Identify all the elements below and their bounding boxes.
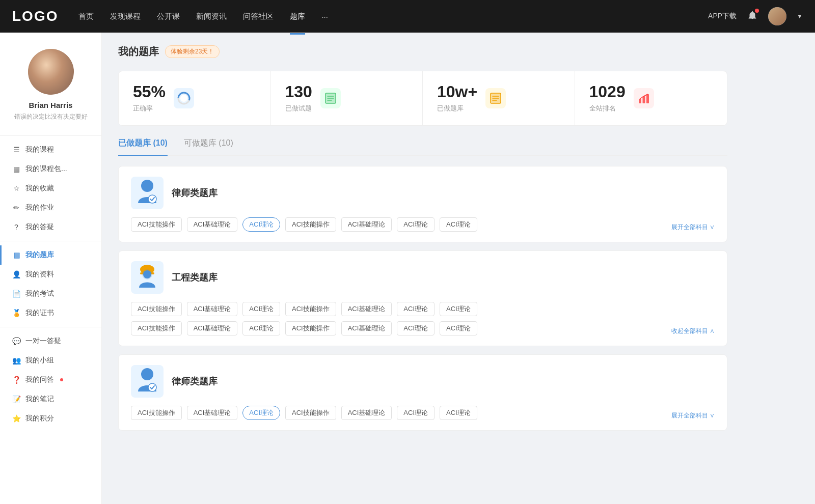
tag-eng1-r1-2[interactable]: ACI理论 — [242, 302, 280, 316]
stat-done-questions-value: 130 — [285, 83, 312, 100]
notification-bell[interactable] — [747, 10, 758, 23]
tag-eng1-r2-4[interactable]: ACI基础理论 — [341, 321, 392, 335]
qbank-avatar-lawyer2 — [131, 365, 164, 398]
sidebar-divider-mid — [0, 241, 101, 241]
tag-eng1-r1-5[interactable]: ACI理论 — [397, 302, 434, 316]
tag-eng1-r2-5[interactable]: ACI理论 — [397, 321, 434, 335]
score-icon: ⭐ — [12, 414, 20, 423]
tag-lawyer2-4[interactable]: ACI基础理论 — [341, 406, 392, 420]
page-wrapper: Brian Harris 错误的决定比没有决定要好 ☰ 我的课程 ▦ 我的课程包… — [0, 33, 815, 504]
tag-lawyer2-2[interactable]: ACI理论 — [242, 406, 280, 420]
tag-eng1-r1-1[interactable]: ACI基础理论 — [187, 302, 238, 316]
sidebar-item-label: 我的课程 — [25, 145, 54, 154]
app-download-button[interactable]: APP下载 — [708, 12, 737, 21]
expand-link-lawyer2[interactable]: 展开全部科目 ∨ — [671, 411, 715, 420]
tag-lawyer1-5[interactable]: ACI理论 — [397, 217, 434, 232]
nav-courses[interactable]: 发现课程 — [110, 10, 141, 23]
user-avatar[interactable] — [768, 7, 786, 25]
navbar: LOGO 首页 发现课程 公开课 新闻资讯 问答社区 题库 ··· APP下载 … — [0, 0, 815, 33]
tag-eng1-r1-3[interactable]: ACI技能操作 — [285, 302, 336, 316]
tag-lawyer2-5[interactable]: ACI理论 — [397, 406, 434, 420]
profile-avatar[interactable] — [28, 49, 74, 95]
profile-motto: 错误的决定比没有决定要好 — [14, 113, 88, 121]
sidebar-item-favorites[interactable]: ☆ 我的收藏 — [0, 179, 101, 198]
tag-eng1-r2-2[interactable]: ACI理论 — [242, 321, 280, 335]
sidebar-item-qa-mine[interactable]: ? 我的答疑 — [0, 217, 101, 237]
stat-done-banks: 10w+ 已做题库 — [423, 71, 575, 125]
sidebar-item-points[interactable]: ⭐ 我的积分 — [0, 409, 101, 428]
tag-eng1-r1-0[interactable]: ACI技能操作 — [131, 302, 182, 316]
tag-eng1-r1-6[interactable]: ACI理论 — [440, 302, 477, 316]
page-header: 我的题库 体验剩余23天！ — [118, 45, 727, 59]
sidebar-item-my-data[interactable]: 👤 我的资料 — [0, 265, 101, 284]
sidebar-item-label: 我的问答 — [25, 375, 54, 384]
sidebar-item-my-courses[interactable]: ☰ 我的课程 — [0, 140, 101, 159]
qbank-tags-engineer1-row2: ACI技能操作 ACI基础理论 ACI理论 ACI技能操作 ACI基础理论 AC… — [131, 321, 715, 335]
sidebar-item-homework[interactable]: ✏ 我的作业 — [0, 198, 101, 217]
stat-site-rank-value: 1029 — [589, 83, 626, 100]
qbank-card-engineer1: 工程类题库 ACI技能操作 ACI基础理论 ACI理论 ACI技能操作 ACI基… — [118, 250, 727, 346]
expand-link-engineer1[interactable]: 收起全部科目 ∧ — [671, 327, 715, 335]
stat-done-questions-icon — [320, 88, 341, 108]
sidebar-item-notes[interactable]: 📝 我的笔记 — [0, 389, 101, 409]
stat-done-questions-label: 已做试题 — [285, 104, 312, 113]
qbank-title-lawyer2: 律师类题库 — [172, 375, 218, 387]
nav-open-course[interactable]: 公开课 — [157, 10, 180, 23]
avatar-image — [28, 49, 74, 95]
nav-news[interactable]: 新闻资讯 — [196, 10, 227, 23]
tag-eng1-r1-4[interactable]: ACI基础理论 — [341, 302, 392, 316]
sidebar-item-label: 我的收藏 — [25, 184, 54, 193]
stat-done-banks-icon — [485, 88, 506, 108]
stat-accuracy-value: 55% — [133, 83, 166, 100]
stat-accuracy-icon — [174, 88, 194, 108]
list-green-icon — [324, 92, 337, 105]
star-icon: ☆ — [12, 184, 20, 192]
tag-lawyer1-1[interactable]: ACI基础理论 — [187, 217, 238, 232]
tag-lawyer1-3[interactable]: ACI技能操作 — [285, 217, 336, 232]
sidebar-divider-top — [0, 135, 101, 136]
qbank-card-lawyer1: 律师类题库 ACI技能操作 ACI基础理论 ACI理论 ACI技能操作 ACI基… — [118, 166, 727, 242]
page-title: 我的题库 — [118, 45, 159, 59]
sidebar-item-exams[interactable]: 📄 我的考试 — [0, 284, 101, 303]
tag-eng1-r2-0[interactable]: ACI技能操作 — [131, 321, 182, 335]
qbank-title-lawyer1: 律师类题库 — [172, 187, 218, 199]
profile-name: Brian Harris — [29, 101, 73, 109]
file-icon: ☰ — [12, 146, 20, 154]
svg-rect-15 — [646, 94, 649, 103]
question-icon: ? — [12, 223, 20, 231]
nav-qa[interactable]: 问答社区 — [243, 10, 274, 23]
tag-lawyer2-6[interactable]: ACI理论 — [440, 406, 477, 420]
nav-question-bank[interactable]: 题库 — [290, 10, 305, 23]
tag-lawyer1-6[interactable]: ACI理论 — [440, 217, 477, 232]
sidebar-item-label: 我的资料 — [25, 270, 54, 279]
tag-lawyer2-1[interactable]: ACI基础理论 — [187, 406, 238, 420]
sidebar-item-label: 我的证书 — [25, 309, 54, 318]
sidebar-item-question-bank[interactable]: ▤ 我的题库 — [0, 245, 101, 265]
tag-eng1-r2-6[interactable]: ACI理论 — [440, 321, 477, 335]
expand-link-lawyer1[interactable]: 展开全部科目 ∨ — [671, 223, 715, 232]
sidebar-menu: ☰ 我的课程 ▦ 我的课程包... ☆ 我的收藏 ✏ 我的作业 ? 我的答疑 — [0, 140, 101, 428]
nav-home[interactable]: 首页 — [78, 10, 94, 23]
sidebar-item-certificates[interactable]: 🏅 我的证书 — [0, 303, 101, 323]
cert-icon: 🏅 — [12, 309, 20, 317]
user-menu-chevron[interactable]: ▼ — [797, 13, 803, 20]
nav-more[interactable]: ··· — [321, 10, 328, 23]
tag-lawyer1-4[interactable]: ACI基础理论 — [341, 217, 392, 232]
tab-done-banks[interactable]: 已做题库 (10) — [118, 138, 168, 155]
tab-available-banks[interactable]: 可做题库 (10) — [184, 138, 233, 155]
sidebar-item-groups[interactable]: 👥 我的小组 — [0, 351, 101, 370]
sidebar-item-my-qa[interactable]: ❓ 我的问答 — [0, 370, 101, 389]
tag-eng1-r2-1[interactable]: ACI基础理论 — [187, 321, 238, 335]
svg-point-17 — [148, 195, 156, 203]
sidebar-item-label: 我的答疑 — [25, 222, 54, 232]
list-yellow-icon — [489, 92, 502, 105]
sidebar-item-one-on-one[interactable]: 💬 一对一答疑 — [0, 331, 101, 351]
tag-eng1-r2-3[interactable]: ACI技能操作 — [285, 321, 336, 335]
tag-lawyer1-2[interactable]: ACI理论 — [242, 217, 280, 232]
tag-lawyer2-0[interactable]: ACI技能操作 — [131, 406, 182, 420]
sidebar-item-course-packages[interactable]: ▦ 我的课程包... — [0, 159, 101, 179]
logo[interactable]: LOGO — [12, 8, 58, 24]
tag-lawyer1-0[interactable]: ACI技能操作 — [131, 217, 182, 232]
qbank-avatar-lawyer1 — [131, 177, 164, 209]
tag-lawyer2-3[interactable]: ACI技能操作 — [285, 406, 336, 420]
